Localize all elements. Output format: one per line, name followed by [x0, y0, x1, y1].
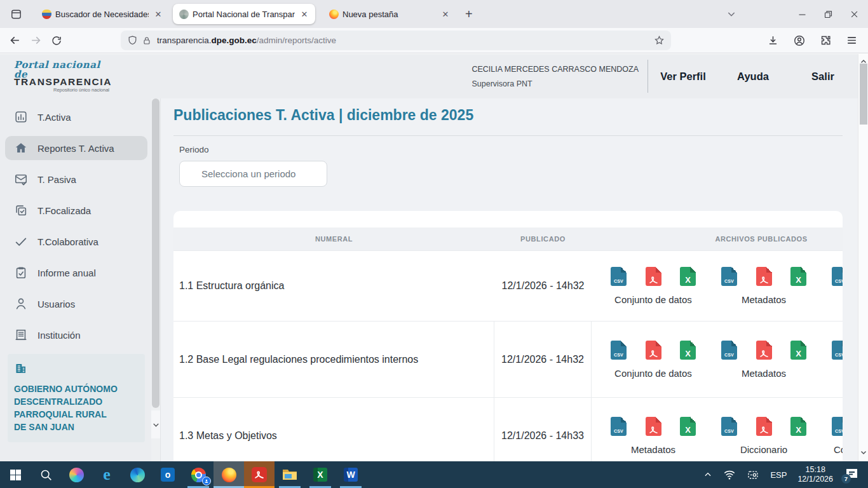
sidebar-item-t-colaborativa[interactable]: T.Colaborativa	[5, 229, 147, 254]
sidebar-item-usuarios[interactable]: Usuarios	[5, 292, 147, 316]
excel-file-icon[interactable]: X	[790, 417, 806, 436]
sidebar-item-t-pasiva[interactable]: T. Pasiva	[5, 167, 147, 191]
tray-expand-icon[interactable]	[703, 470, 712, 479]
excel-file-icon[interactable]: X	[680, 341, 696, 360]
lock-icon[interactable]	[142, 36, 152, 46]
web-page: Portal nacional de TRANSPARENCIA Reposit…	[0, 54, 858, 461]
excel-file-icon[interactable]: X	[790, 267, 806, 286]
minimize-icon[interactable]	[797, 10, 807, 19]
notification-center-button[interactable]: 7	[844, 467, 860, 482]
csv-file-icon[interactable]: CSV	[611, 267, 627, 286]
firefox-icon	[222, 468, 236, 482]
csv-file-icon[interactable]: CSV	[721, 417, 737, 436]
institution-selector[interactable]: GOBIERNO AUTÓNOMO DESCENTRALIZADO PARROQ…	[8, 354, 145, 442]
shield-icon[interactable]	[127, 35, 138, 46]
copy-check-icon	[14, 203, 28, 217]
period-select[interactable]: Selecciona un periodo	[179, 161, 327, 187]
taskbar-search-button[interactable]	[31, 461, 61, 488]
taskbar-copilot-button[interactable]	[61, 461, 92, 488]
excel-file-icon[interactable]: X	[680, 417, 696, 436]
file-group: CSV X Conjunto de datos	[611, 341, 696, 379]
url-bar[interactable]: transparencia.dpe.gob.ec/admin/reports/a…	[121, 30, 671, 50]
sidebar-item-label: T.Activa	[37, 112, 71, 123]
csv-file-icon[interactable]: CSV	[611, 341, 627, 360]
taskbar-chrome-button[interactable]	[183, 461, 214, 488]
clock[interactable]: 15:18 12/1/2026	[797, 465, 833, 484]
institution-building-icon	[14, 362, 27, 375]
tab-nueva-pestana[interactable]: Nueva pestaña ✕	[323, 4, 456, 24]
wifi-icon[interactable]	[723, 469, 736, 480]
period-label: Periodo	[179, 145, 209, 154]
menu-icon[interactable]	[846, 34, 858, 46]
url-text: transparencia.dpe.gob.ec/admin/reports/a…	[157, 36, 654, 45]
view-profile-button[interactable]: Ver Perfil	[648, 71, 718, 83]
firefox-view-icon[interactable]	[6, 4, 25, 24]
language-indicator[interactable]: ESP	[770, 470, 787, 480]
forward-icon[interactable]	[30, 34, 42, 46]
close-window-icon[interactable]	[850, 10, 859, 19]
pdf-file-icon[interactable]	[646, 267, 661, 286]
csv-file-icon[interactable]: CSV	[611, 417, 627, 436]
sidebar-scrollbar[interactable]	[151, 98, 160, 461]
pdf-file-icon[interactable]	[756, 267, 772, 286]
list-all-tabs-icon[interactable]	[726, 9, 736, 19]
copilot-icon	[69, 468, 84, 482]
sidebar-item-label: Institución	[37, 330, 81, 341]
back-icon[interactable]	[9, 34, 21, 46]
tab-close-icon[interactable]: ✕	[440, 10, 451, 19]
page-scrollbar-thumb[interactable]	[860, 64, 867, 125]
sidebar-scrollbar-thumb[interactable]	[152, 98, 159, 408]
pdf-file-icon[interactable]	[646, 417, 661, 436]
tab-close-icon[interactable]: ✕	[153, 10, 164, 19]
bookmark-star-icon[interactable]	[654, 35, 665, 46]
table-row: 1.2 Base Legal regulaciones procedimient…	[173, 321, 843, 397]
tab-close-icon[interactable]: ✕	[299, 10, 310, 19]
page-scrollbar[interactable]	[858, 54, 868, 461]
capture-device-icon[interactable]	[747, 469, 759, 480]
account-icon[interactable]	[793, 34, 806, 47]
publicado-cell: 12/1/2026 - 14h32	[494, 322, 592, 397]
taskbar-outlook-button[interactable]: o	[153, 461, 183, 488]
file-group-label: Diccionario	[721, 444, 806, 455]
title-divider	[173, 135, 843, 136]
pdf-file-icon[interactable]	[756, 417, 772, 436]
pdf-file-icon[interactable]	[646, 341, 661, 360]
downloads-icon[interactable]	[767, 34, 779, 46]
csv-file-icon[interactable]: CSV	[832, 341, 843, 360]
start-button[interactable]	[0, 461, 31, 488]
csv-file-icon[interactable]: CSV	[832, 267, 843, 286]
reload-icon[interactable]	[51, 35, 62, 46]
sidebar-item-institucion[interactable]: Institución	[5, 323, 147, 347]
sidebar-item-t-focalizada[interactable]: T.Focalizada	[5, 198, 147, 222]
csv-file-icon[interactable]: CSV	[832, 417, 843, 436]
help-button[interactable]: Ayuda	[718, 71, 788, 83]
extensions-icon[interactable]	[820, 34, 832, 46]
institution-name: GOBIERNO AUTÓNOMO DESCENTRALIZADO PARROQ…	[14, 383, 139, 433]
tab-portal-transparencia[interactable]: Portal Nacional de Transparenci ✕	[173, 4, 315, 24]
csv-file-icon[interactable]: CSV	[721, 341, 737, 360]
logout-button[interactable]: Salir	[788, 71, 858, 83]
user-icon	[14, 297, 28, 311]
excel-file-icon[interactable]: X	[680, 267, 696, 286]
taskbar-excel-button[interactable]: X	[305, 461, 336, 488]
restore-icon[interactable]	[824, 10, 833, 19]
taskbar-file-explorer-button[interactable]	[275, 461, 305, 488]
taskbar-acrobat-button[interactable]	[244, 461, 275, 488]
excel-file-icon[interactable]: X	[790, 341, 806, 360]
new-tab-button[interactable]: +	[465, 7, 473, 22]
scroll-down-icon[interactable]	[860, 449, 867, 456]
sidebar-item-reportes-t-activa[interactable]: Reportes T. Activa	[5, 136, 147, 160]
sidebar-item-informe-anual[interactable]: Informe anual	[5, 261, 147, 285]
sidebar-scroll-down-button[interactable]	[151, 410, 160, 438]
browser-tab-bar: Buscador de Necesidades de Cc ✕ Portal N…	[0, 0, 868, 28]
notification-count-badge: 7	[841, 474, 851, 484]
taskbar-edge-button[interactable]	[122, 461, 153, 488]
tab-buscador[interactable]: Buscador de Necesidades de Cc ✕	[36, 4, 169, 24]
sidebar-item-t-activa[interactable]: T.Activa	[5, 105, 147, 129]
taskbar-word-button[interactable]: W	[336, 461, 366, 488]
taskbar-firefox-button[interactable]	[214, 461, 244, 488]
taskbar-internet-explorer-button[interactable]: e	[92, 461, 122, 488]
mail-check-icon	[14, 172, 28, 186]
csv-file-icon[interactable]: CSV	[721, 267, 737, 286]
pdf-file-icon[interactable]	[756, 341, 772, 360]
